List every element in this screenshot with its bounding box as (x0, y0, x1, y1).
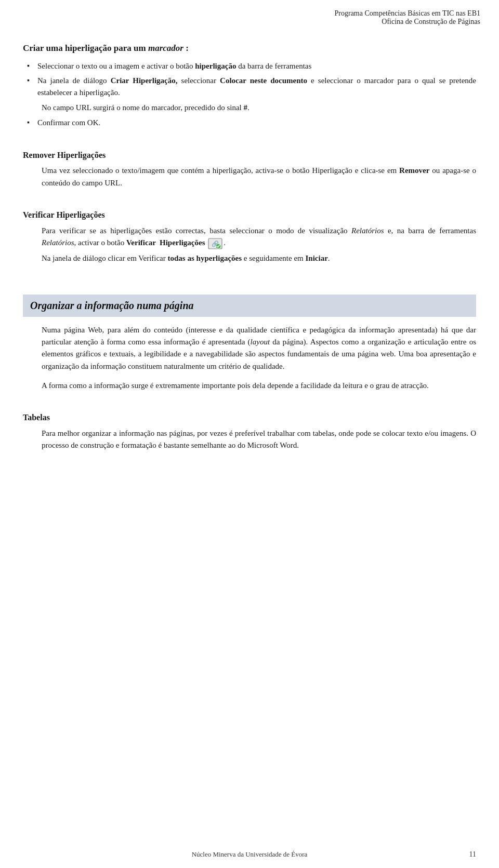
list-item-2: Na janela de diálogo Criar Hiperligação,… (23, 75, 476, 99)
section-organizar-header: Organizar a informação numa página (23, 295, 476, 317)
verificar-icon: 🔗 (208, 238, 222, 249)
page-header: Programa Competências Básicas em TIC nas… (0, 0, 499, 30)
page-content: Criar uma hiperligação para um marcador … (0, 30, 499, 465)
verificar-title: Verificar Hiperligações (23, 209, 476, 222)
section-verificar: Verificar Hiperligações Para verificar s… (23, 209, 476, 264)
remover-text: Uma vez seleccionado o texto/imagem que … (23, 165, 476, 189)
verificar-para1: Para verificar se as hiperligações estão… (23, 225, 476, 249)
header-line1: Programa Competências Básicas em TIC nas… (19, 9, 480, 18)
tabelas-title: Tabelas (23, 411, 476, 424)
page: Programa Competências Básicas em TIC nas… (0, 0, 499, 868)
organizar-title: Organizar a informação numa página (30, 300, 469, 312)
verificar-para2: Na janela de diálogo clicar em Verificar… (23, 252, 476, 264)
page-number: 11 (469, 850, 476, 859)
section-remover: Remover Hiperligações Uma vez selecciona… (23, 149, 476, 189)
url-note: No campo URL surgirá o nome do marcador,… (23, 102, 476, 114)
list-item-confirm: Confirmar com OK. (23, 117, 476, 129)
organizar-para1: Numa página Web, para além do conteúdo (… (23, 324, 476, 372)
bullet-list-confirm: Confirmar com OK. (23, 117, 476, 129)
section-criar-marcador: Criar uma hiperligação para um marcador … (23, 42, 476, 129)
list-item-1: Seleccionar o texto ou a imagem e activa… (23, 60, 476, 72)
page-footer: Núcleo Minerva da Universidade de Évora (0, 850, 499, 859)
section-criar-title: Criar uma hiperligação para um marcador … (23, 42, 476, 55)
section-tabelas: Tabelas Para melhor organizar a informaç… (23, 411, 476, 451)
bullet-list-criar: Seleccionar o texto ou a imagem e activa… (23, 60, 476, 99)
remover-title: Remover Hiperligações (23, 149, 476, 162)
tabelas-text: Para melhor organizar a informação nas p… (23, 428, 476, 452)
header-line2: Oficina de Construção de Páginas (19, 18, 480, 26)
organizar-para2: A forma como a informação surge é extrem… (23, 380, 476, 392)
footer-text: Núcleo Minerva da Universidade de Évora (192, 850, 308, 858)
section-organizar-body: Numa página Web, para além do conteúdo (… (23, 324, 476, 392)
